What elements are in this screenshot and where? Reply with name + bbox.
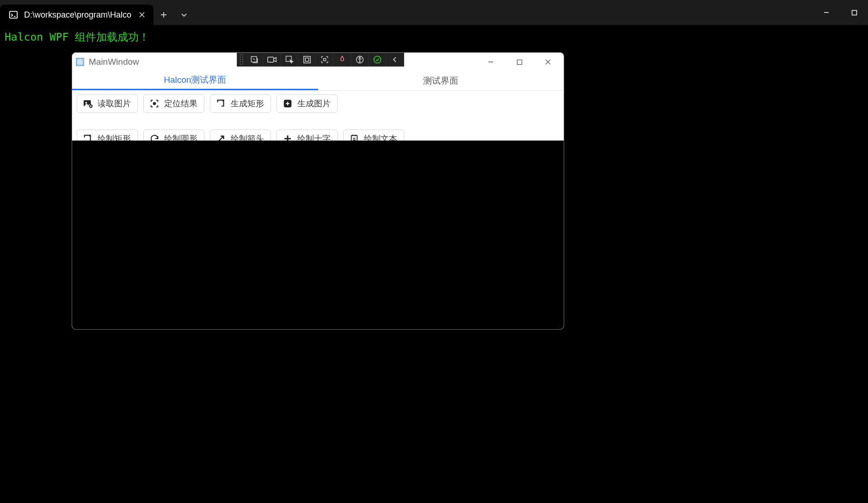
terminal-maximize-button[interactable] [840,3,868,22]
terminal-window-controls [813,0,868,25]
console-line: Halcon WPF 组件加载成功！ [5,30,863,44]
button-label: 生成图片 [297,98,331,109]
image-viewport[interactable] [72,141,564,329]
gen-image-button[interactable]: 生成图片 [277,94,338,113]
tab-label: Halcon测试界面 [164,74,226,86]
tab-halcon-test[interactable]: Halcon测试界面 [72,71,318,90]
terminal-tab-title: D:\workspace\program\Halco [24,10,131,20]
camera-icon[interactable] [263,53,281,66]
tab-dropdown-button[interactable] [174,5,194,25]
button-label: 读取图片 [98,98,131,109]
svg-point-10 [374,56,381,63]
image-add-icon [83,98,93,109]
svg-rect-3 [267,57,273,62]
app-minimize-button[interactable] [479,54,503,70]
terminal-tabstrip: D:\workspace\program\Halco [0,0,154,25]
grip-icon[interactable] [239,53,244,66]
cmd-icon [8,10,18,20]
terminal-minimize-button[interactable] [813,3,840,22]
tab-test[interactable]: 测试界面 [318,71,564,90]
display-layout-icon[interactable] [298,53,316,66]
vs-debug-overlay-toolbar[interactable] [237,53,404,67]
svg-rect-7 [323,59,326,61]
locate-result-button[interactable]: 定位结果 [143,94,204,113]
button-label: 生成矩形 [231,98,264,109]
svg-rect-13 [517,60,522,64]
accessibility-icon[interactable] [351,53,369,66]
terminal-tab-active[interactable]: D:\workspace\program\Halco [0,5,154,25]
svg-rect-5 [303,56,310,63]
svg-rect-6 [305,58,308,61]
svg-rect-12 [77,59,83,65]
rect-add-icon [216,98,226,109]
close-tab-icon[interactable] [137,10,147,20]
svg-point-15 [86,102,87,104]
button-label: 定位结果 [164,98,197,109]
svg-point-17 [154,103,156,105]
track-focus-icon[interactable] [316,53,333,66]
svg-rect-1 [852,10,856,15]
tab-label: 测试界面 [423,75,458,87]
status-ok-icon[interactable] [369,53,386,66]
live-visual-tree-icon[interactable] [246,53,263,66]
read-image-button[interactable]: 读取图片 [77,94,138,113]
main-app-window: MainWindow Halcon测试界面 测试界面 读取图片 [72,52,564,330]
app-tabstrip: Halcon测试界面 测试界面 [72,71,564,91]
new-tab-button[interactable] [154,5,174,25]
plus-box-icon [283,98,293,109]
app-maximize-button[interactable] [507,54,531,70]
svg-rect-0 [10,12,18,18]
svg-point-9 [359,57,360,59]
collapse-chevron-icon[interactable] [386,53,404,66]
app-icon [76,58,84,66]
terminal-titlebar: D:\workspace\program\Halco [0,0,868,25]
app-close-button[interactable] [536,54,560,70]
select-element-icon[interactable] [281,53,298,66]
crosshair-icon [149,98,160,109]
gen-rect-button[interactable]: 生成矩形 [210,94,271,113]
hot-reload-icon[interactable] [333,53,351,66]
